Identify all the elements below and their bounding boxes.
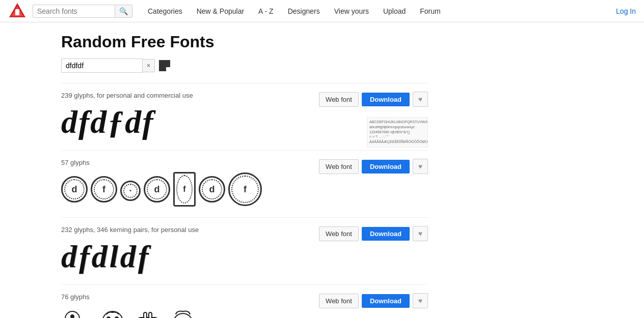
- favorite-button-3[interactable]: ♥: [413, 226, 428, 241]
- svg-rect-3: [15, 9, 19, 11]
- web-font-button-3[interactable]: Web font: [319, 226, 359, 241]
- font-actions-3: Web font Download ♥: [319, 226, 428, 241]
- font-actions-4: Web font Download ♥: [319, 293, 428, 308]
- font-preview-3: dfdldf: [61, 239, 428, 274]
- download-button-3[interactable]: Download: [362, 227, 410, 241]
- nav-upload[interactable]: Upload: [376, 0, 413, 22]
- favorite-button-4[interactable]: ♥: [413, 293, 428, 308]
- download-button-2[interactable]: Download: [362, 160, 410, 174]
- svg-rect-16: [144, 312, 147, 319]
- clear-preview-button[interactable]: ×: [143, 59, 155, 72]
- favorite-button-1[interactable]: ♥: [413, 92, 428, 107]
- circle-char-5: f: [173, 172, 196, 207]
- header: 🔍 Categories New & Popular A - Z Designe…: [0, 0, 644, 22]
- web-font-button-4[interactable]: Web font: [319, 294, 359, 308]
- web-font-button-1[interactable]: Web font: [319, 92, 359, 107]
- font-item-3: 232 glyphs, 346 kerning pairs, for perso…: [61, 217, 428, 284]
- circle-char-2: f: [91, 176, 117, 203]
- font-item-4: 76 glyphs: [61, 284, 428, 318]
- circle-char-3: ·: [120, 181, 141, 201]
- color-picker-icon[interactable]: [159, 60, 170, 71]
- page-title: Random Free Fonts: [61, 33, 428, 51]
- circle-char-7: f: [228, 172, 262, 206]
- nav-new-popular[interactable]: New & Popular: [190, 0, 251, 22]
- preview-input-area: ×: [61, 59, 428, 73]
- circle-char-4: d: [144, 176, 170, 203]
- circle-dot-preview: d f · d f d f: [61, 172, 262, 207]
- logo-icon[interactable]: [8, 2, 26, 20]
- cartoon-char-4: [167, 307, 200, 319]
- nav-az[interactable]: A - Z: [251, 0, 281, 22]
- font-thumbnail-1: ABCDEFGHIJKLMNOPQRSTUVWXYz abcdefghijklm…: [367, 117, 428, 148]
- login-link[interactable]: Log In: [616, 7, 636, 15]
- search-input[interactable]: [33, 5, 115, 17]
- cartoon-char-2: [96, 307, 129, 319]
- nav-categories[interactable]: Categories: [141, 0, 190, 22]
- nav-forum[interactable]: Forum: [413, 0, 447, 22]
- search-button[interactable]: 🔍: [115, 5, 132, 17]
- favorite-button-2[interactable]: ♥: [413, 159, 428, 174]
- font-item-1: 239 glyphs, for personal and commercial …: [61, 83, 428, 150]
- svg-rect-17: [149, 312, 152, 319]
- download-button-1[interactable]: Download: [362, 93, 410, 106]
- cartoon-chars: [61, 307, 200, 319]
- download-button-4[interactable]: Download: [362, 294, 410, 308]
- font-preview-2: d f · d f d f: [61, 171, 428, 207]
- font-item-2: 57 glyphs d f · d f d f Web font Downloa…: [61, 150, 428, 217]
- main-content: Random Free Fonts × 239 glyphs, for pers…: [0, 22, 489, 318]
- nav-view-yours[interactable]: View yours: [327, 0, 376, 22]
- circle-char-6: d: [199, 176, 225, 203]
- cartoon-char-3: [131, 307, 165, 319]
- nav-designers[interactable]: Designers: [281, 0, 327, 22]
- main-nav: Categories New & Popular A - Z Designers…: [141, 0, 616, 22]
- web-font-button-2[interactable]: Web font: [319, 159, 359, 174]
- font-preview-text-1: dfdƒdf: [61, 106, 154, 138]
- search-box: 🔍: [33, 5, 132, 18]
- font-preview-text-3: dfdldf: [61, 241, 151, 272]
- preview-text-input[interactable]: [61, 59, 143, 73]
- font-actions-2: Web font Download ♥: [319, 159, 428, 174]
- circle-char-1: d: [61, 176, 88, 203]
- font-actions-1: Web font Download ♥ ABCDEFGHIJKLMNOPQRST…: [319, 92, 428, 107]
- cartoon-char-1: [61, 307, 94, 319]
